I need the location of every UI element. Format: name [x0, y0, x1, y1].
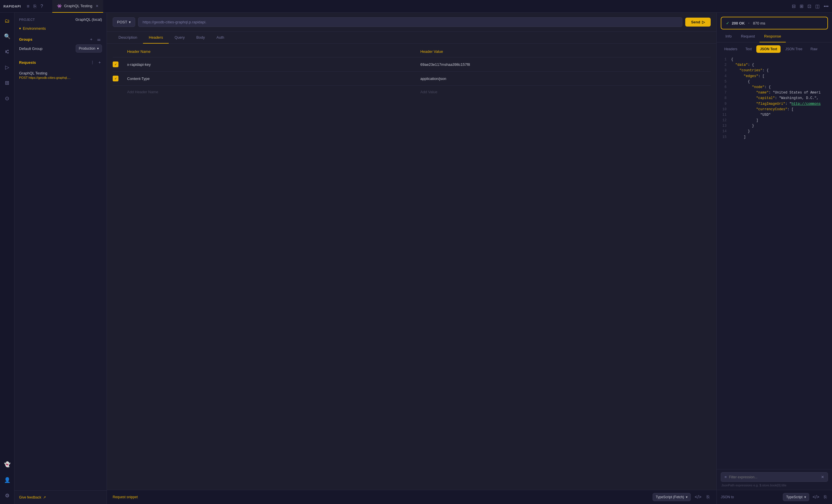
sidebar-grid-icon[interactable]: ⊞ [3, 78, 11, 88]
response-bottom-bar: JSON to TypeScript ▾ </> ⎘ [717, 490, 832, 504]
json-line-13: 13 } [721, 123, 828, 129]
tab-graphql-icon: 👾 [57, 4, 62, 8]
filter-input[interactable] [729, 475, 819, 479]
titlebar-icons: ≡ ⎘ ? [27, 4, 43, 9]
default-group-row: Default Group Production ▾ [19, 45, 102, 53]
sidebar-settings-icon[interactable]: ⚙ [3, 491, 11, 501]
request-item[interactable]: GraphQL Testing POST https://geodb-citie… [19, 69, 102, 82]
headers-col-headers: Header Name Header Value [113, 49, 711, 57]
method-chevron-icon: ▾ [129, 20, 131, 24]
add-request-button[interactable]: + [97, 59, 102, 65]
groups-actions: + ⚌ [89, 36, 102, 42]
right-panel: ✓ 200 OK • 870 ms Info Request Response … [717, 13, 832, 504]
json-to-copy-icon[interactable]: ⎘ [823, 493, 828, 501]
sub-tab-text[interactable]: Text [742, 45, 755, 53]
sub-tab-json-text[interactable]: JSON Text [756, 45, 781, 53]
layout-icon-4[interactable]: ◫ [815, 3, 820, 9]
filter-groups-button[interactable]: ⚌ [96, 36, 102, 42]
tab-headers[interactable]: Headers [143, 32, 169, 44]
header-2-name[interactable]: Content-Type [127, 77, 417, 81]
layout-icon-2[interactable]: ⊞ [800, 3, 803, 9]
language-value: TypeScript (Fetch) [656, 495, 684, 499]
send-button[interactable]: Send ▷ [685, 18, 711, 27]
sub-tab-headers[interactable]: Headers [721, 45, 741, 53]
json-content: 1 { 2 "data": { 3 "countries": { 4 "edge… [717, 56, 832, 469]
env-dropdown[interactable]: Production ▾ [76, 45, 102, 53]
copy-icon[interactable]: ⎘ [705, 493, 711, 501]
sidebar-icons: 🗂 🔍 ⑆ ▷ ⊞ ⊙ 👻 👤 ⚙ [0, 13, 15, 504]
project-header: Project GraphQL (local) [15, 13, 107, 24]
col-header-name: Header Name [127, 49, 417, 54]
sidebar-search-icon[interactable]: 🔍 [2, 31, 12, 41]
header-row-1: ✓ x-rapidapi-key 69ae23e117mshaa398c157f… [113, 57, 711, 72]
chevron-down-icon: ▾ [19, 26, 21, 31]
tab-body[interactable]: Body [191, 32, 211, 44]
header-2-checkbox[interactable]: ✓ [113, 76, 119, 81]
sidebar-user-icon[interactable]: 👤 [2, 475, 12, 485]
request-bar: POST ▾ https://geodb-cities-graphql.p.ra… [107, 13, 717, 32]
help-icon[interactable]: ? [41, 4, 43, 9]
feedback-link[interactable]: Give feedback ↗ [19, 495, 102, 499]
tab-auth[interactable]: Auth [211, 32, 230, 44]
tab-description[interactable]: Description [113, 32, 143, 44]
json-line-11: 11 "USD" [721, 112, 828, 118]
json-to-code-icon[interactable]: </> [811, 493, 821, 501]
col-header-value: Header Value [420, 49, 711, 54]
sidebar-collections-icon[interactable]: 🗂 [3, 16, 11, 26]
filter-section: ≡ ✕ JsonPath expressions e.g. $.store.bo… [717, 469, 832, 490]
tab-close-icon[interactable]: ✕ [96, 4, 99, 8]
code-icon[interactable]: </> [694, 493, 703, 501]
filter-icon: ≡ [725, 475, 727, 479]
response-status-bar: ✓ 200 OK • 870 ms [721, 17, 828, 29]
header-1-name[interactable]: x-rapidapi-key [127, 62, 417, 67]
env-dropdown-value: Production [79, 47, 95, 51]
sidebar-run-icon[interactable]: ▷ [3, 62, 11, 72]
environments-label: Environments [23, 26, 46, 31]
header-1-value[interactable]: 69ae23e117mshaa398c157f8 [420, 62, 711, 67]
tab-info[interactable]: Info [721, 31, 736, 43]
sub-tab-json-tree[interactable]: JSON Tree [782, 45, 806, 53]
filter-bar: ≡ ✕ [721, 472, 828, 482]
sidebar-github-icon[interactable]: ⊙ [3, 93, 11, 103]
sidebar-git-icon[interactable]: ⑆ [4, 47, 10, 57]
url-value: https://geodb-cities-graphql.p.rapidapi. [142, 20, 206, 24]
json-to-label: JSON to [721, 495, 734, 499]
add-header-row: Add Header Name Add Value [113, 86, 711, 98]
add-header-name-placeholder[interactable]: Add Header Name [127, 90, 417, 94]
sub-tab-raw[interactable]: Raw [807, 45, 821, 53]
environments-section: ▾ Environments [15, 24, 107, 33]
filter-close-icon[interactable]: ✕ [821, 475, 824, 479]
json-line-2: 2 "data": { [721, 62, 828, 68]
collections-icon[interactable]: ≡ [27, 4, 29, 9]
json-to-chevron-icon: ▾ [804, 495, 806, 499]
main-area: 🗂 🔍 ⑆ ▷ ⊞ ⊙ 👻 👤 ⚙ Project GraphQL (local… [0, 13, 832, 504]
method-select[interactable]: POST ▾ [113, 17, 135, 27]
json-line-1: 1 { [721, 57, 828, 62]
share-icon[interactable]: ⎘ [33, 4, 36, 9]
header-1-checkbox[interactable]: ✓ [113, 61, 119, 67]
sidebar-ghost-icon[interactable]: 👻 [2, 459, 12, 469]
json-line-6: 6 "node": { [721, 85, 828, 90]
json-line-7: 7 "name": "United States of Ameri [721, 90, 828, 95]
project-name: GraphQL (local) [75, 17, 102, 22]
environments-toggle[interactable]: ▾ Environments [19, 26, 102, 31]
active-tab[interactable]: 👾 GraphQL Testing ✕ [52, 0, 103, 13]
tab-request[interactable]: Request [736, 31, 759, 43]
layout-icon-1[interactable]: ⊟ [792, 3, 796, 9]
layout-icon-3[interactable]: ⊡ [807, 3, 811, 9]
url-input[interactable]: https://geodb-cities-graphql.p.rapidapi. [138, 17, 682, 27]
more-icon[interactable]: ••• [824, 4, 829, 9]
language-select[interactable]: TypeScript (Fetch) ▾ [653, 493, 691, 501]
send-label: Send [691, 20, 700, 24]
json-to-language-select[interactable]: TypeScript ▾ [783, 493, 809, 501]
json-line-12: 12 ] [721, 118, 828, 123]
response-tabs: Info Request Response [717, 31, 832, 43]
more-requests-button[interactable]: ⋮ [89, 59, 96, 65]
tab-query[interactable]: Query [169, 32, 190, 44]
add-value-placeholder[interactable]: Add Value [420, 90, 711, 94]
status-check-icon: ✓ [726, 21, 729, 25]
tab-response[interactable]: Response [759, 31, 786, 43]
add-group-button[interactable]: + [89, 36, 94, 42]
header-2-value[interactable]: application/json [420, 77, 711, 81]
headers-content: Header Name Header Value ✓ x-rapidapi-ke… [107, 44, 717, 490]
